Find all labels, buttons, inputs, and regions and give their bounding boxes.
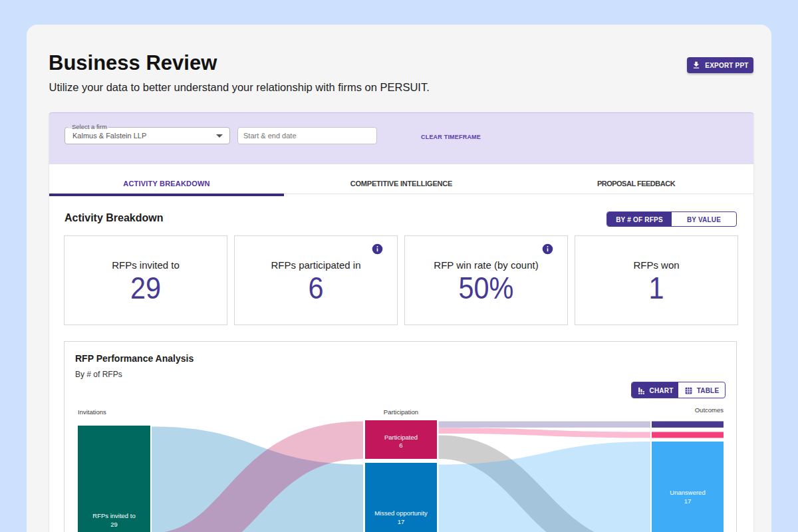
svg-text:Participated: Participated xyxy=(384,434,418,441)
svg-text:RFPs invited to: RFPs invited to xyxy=(92,512,135,519)
svg-text:17: 17 xyxy=(398,518,405,525)
svg-text:Unanswered: Unanswered xyxy=(670,489,705,496)
svg-text:Outcomes: Outcomes xyxy=(695,406,724,414)
svg-text:Participation: Participation xyxy=(384,408,418,416)
svg-text:Missed opportunity: Missed opportunity xyxy=(374,509,428,517)
svg-text:29: 29 xyxy=(110,521,118,528)
svg-text:17: 17 xyxy=(684,497,692,505)
svg-text:6: 6 xyxy=(399,442,402,449)
svg-text:Invitations: Invitations xyxy=(78,408,106,416)
